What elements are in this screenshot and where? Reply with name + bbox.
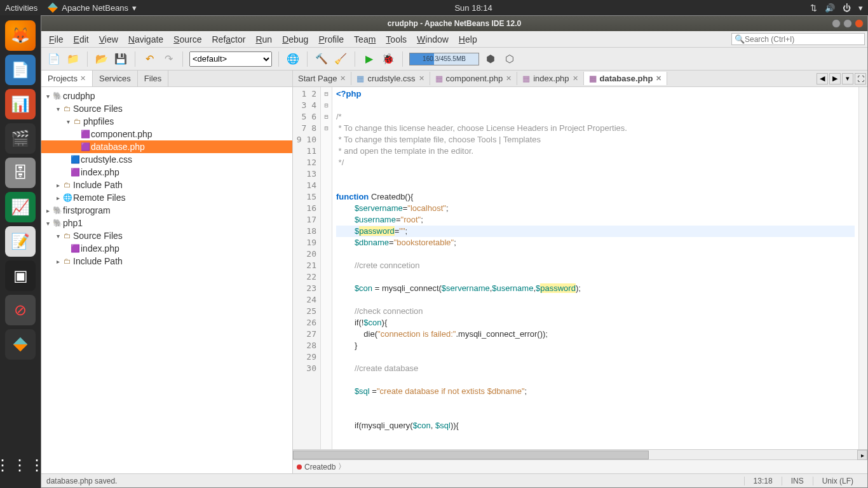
tab-forward-button[interactable]: ▶: [829, 73, 841, 85]
undo-icon[interactable]: ↶: [142, 51, 157, 67]
tab-list-button[interactable]: ▾: [842, 73, 853, 85]
build-icon[interactable]: 🔨: [314, 51, 329, 67]
tab-projects[interactable]: Projects✕: [41, 71, 93, 86]
tree-component-php[interactable]: 🟪component.php: [41, 128, 292, 140]
tree-index-php[interactable]: 🟪index.php: [41, 242, 292, 255]
memory-gauge[interactable]: 160.3/455.5MB: [409, 53, 479, 65]
scrollbar-thumb[interactable]: [293, 451, 649, 459]
project-tree[interactable]: ▾🐘crudphp ▾🗀Source Files ▾🗀phpfiles 🟪com…: [41, 87, 292, 473]
quick-search[interactable]: 🔍: [731, 33, 865, 45]
tree-project-crudphp[interactable]: ▾🐘crudphp: [41, 90, 292, 102]
close-icon[interactable]: ✕: [573, 74, 578, 83]
show-applications-icon[interactable]: ⋮⋮⋮: [5, 450, 36, 480]
horizontal-scrollbar[interactable]: ▸: [293, 449, 867, 459]
minimize-button[interactable]: [832, 19, 841, 28]
blocked-icon[interactable]: ⊘: [5, 295, 36, 325]
terminal-icon[interactable]: ▣: [5, 261, 36, 291]
editor-tabs: Start Page✕ ▦crudstyle.css✕ ▦component.p…: [293, 71, 867, 87]
chevron-down-icon[interactable]: ▾: [858, 3, 863, 13]
tree-index-php[interactable]: 🟪index.php: [41, 166, 292, 179]
menu-view[interactable]: View: [94, 33, 123, 46]
app-menu[interactable]: Apache NetBeans ▾: [48, 3, 137, 13]
tab-maximize-button[interactable]: ⛶: [855, 73, 866, 85]
run-icon[interactable]: ▶: [362, 51, 377, 67]
tree-source-files[interactable]: ▾🗀Source Files: [41, 102, 292, 115]
insert-mode[interactable]: INS: [782, 477, 813, 485]
video-icon[interactable]: 🎬: [5, 123, 36, 154]
text-editor-icon[interactable]: 📝: [5, 226, 36, 257]
menu-file[interactable]: File: [44, 33, 69, 46]
close-icon[interactable]: ✕: [419, 74, 424, 83]
fold-gutter[interactable]: ⊟ ⊟ ⊟ ⊟: [321, 87, 332, 449]
volume-icon[interactable]: 🔊: [825, 3, 835, 13]
code-content[interactable]: <?php /* * To change this license header…: [332, 87, 858, 449]
save-all-icon[interactable]: 💾: [113, 51, 128, 67]
clock[interactable]: Sun 18:14: [137, 3, 810, 13]
breadcrumb-item[interactable]: Createdb: [304, 463, 336, 471]
files-icon[interactable]: 🗄: [5, 158, 36, 188]
tree-project-php1[interactable]: ▾🐘php1: [41, 217, 292, 229]
tree-project-firstprogram[interactable]: ▸🐘firstprogram: [41, 204, 292, 217]
tree-database-php[interactable]: 🟪database.php: [41, 140, 292, 153]
status-message: database.php saved.: [46, 477, 744, 485]
tab-back-button[interactable]: ◀: [817, 73, 828, 85]
menu-navigate[interactable]: Navigate: [123, 33, 168, 46]
line-number-gutter: 1 2 3 4 5 6 7 8 9 10 11 12 13 14 15 16 1…: [293, 87, 321, 449]
activities-button[interactable]: Activities: [5, 3, 37, 13]
menu-team[interactable]: Team: [349, 33, 381, 46]
close-icon[interactable]: ✕: [80, 74, 86, 83]
network-icon[interactable]: ⇅: [810, 3, 817, 13]
close-button[interactable]: [855, 19, 864, 28]
browser-icon[interactable]: 🌐: [285, 51, 301, 67]
clean-build-icon[interactable]: 🧹: [333, 51, 348, 67]
calc-icon[interactable]: 📈: [5, 192, 36, 222]
tree-include-path[interactable]: ▸🗀Include Path: [41, 179, 292, 191]
tree-phpfiles[interactable]: ▾🗀phpfiles: [41, 115, 292, 128]
menu-run[interactable]: Run: [250, 33, 277, 46]
profile2-icon[interactable]: ⬡: [502, 51, 517, 67]
menu-source[interactable]: Source: [168, 33, 207, 46]
menu-edit[interactable]: Edit: [69, 33, 94, 46]
line-ending[interactable]: Unix (LF): [813, 477, 862, 485]
tree-remote-files[interactable]: ▸🌐Remote Files: [41, 191, 292, 204]
editor-breadcrumb[interactable]: Createdb 〉: [293, 459, 867, 473]
tab-crudstyle-css[interactable]: ▦crudstyle.css✕: [351, 72, 430, 85]
open-project-icon[interactable]: 📂: [94, 51, 109, 67]
menu-refactor[interactable]: Refactor: [207, 33, 250, 46]
menu-help[interactable]: Help: [454, 33, 482, 46]
writer-icon[interactable]: 📄: [5, 55, 36, 85]
tree-include-path[interactable]: ▸🗀Include Path: [41, 255, 292, 268]
close-icon[interactable]: ✕: [506, 74, 512, 83]
tab-database-php[interactable]: ▦database.php✕: [584, 72, 668, 85]
menu-profile[interactable]: Profile: [313, 33, 349, 46]
unity-launcher: 🦊 📄 📊 🎬 🗄 📈 📝 ▣ ⊘ ⋮⋮⋮: [0, 15, 41, 488]
profile-icon[interactable]: ⬢: [483, 51, 498, 67]
menu-tools[interactable]: Tools: [381, 33, 412, 46]
redo-icon[interactable]: ↷: [161, 51, 176, 67]
error-stripe[interactable]: [858, 87, 867, 449]
tab-index-php[interactable]: ▦index.php✕: [517, 72, 583, 85]
menu-bar: File Edit View Navigate Source Refactor …: [41, 31, 867, 48]
tab-files[interactable]: Files: [138, 71, 168, 86]
new-project-icon[interactable]: 📁: [65, 51, 81, 67]
menu-debug[interactable]: Debug: [277, 33, 313, 46]
tab-services[interactable]: Services: [93, 71, 138, 86]
code-editor[interactable]: 1 2 3 4 5 6 7 8 9 10 11 12 13 14 15 16 1…: [293, 87, 867, 449]
new-file-icon[interactable]: 📄: [46, 51, 62, 67]
tab-start-page[interactable]: Start Page✕: [293, 72, 351, 85]
tree-crudstyle-css[interactable]: 🟦crudstyle.css: [41, 153, 292, 166]
netbeans-launcher-icon[interactable]: [5, 329, 36, 360]
scroll-right-icon[interactable]: ▸: [857, 450, 867, 460]
power-icon[interactable]: ⏻: [843, 3, 851, 13]
close-icon[interactable]: ✕: [656, 74, 661, 83]
debug-icon[interactable]: 🐞: [381, 51, 396, 67]
maximize-button[interactable]: [843, 19, 852, 28]
impress-icon[interactable]: 📊: [5, 89, 36, 119]
close-icon[interactable]: ✕: [340, 74, 346, 83]
run-config-select[interactable]: <default>: [189, 51, 272, 67]
tree-source-files[interactable]: ▾🗀Source Files: [41, 229, 292, 242]
search-input[interactable]: [745, 35, 859, 44]
firefox-icon[interactable]: 🦊: [5, 20, 36, 51]
menu-window[interactable]: Window: [412, 33, 454, 46]
tab-component-php[interactable]: ▦component.php✕: [430, 72, 518, 85]
